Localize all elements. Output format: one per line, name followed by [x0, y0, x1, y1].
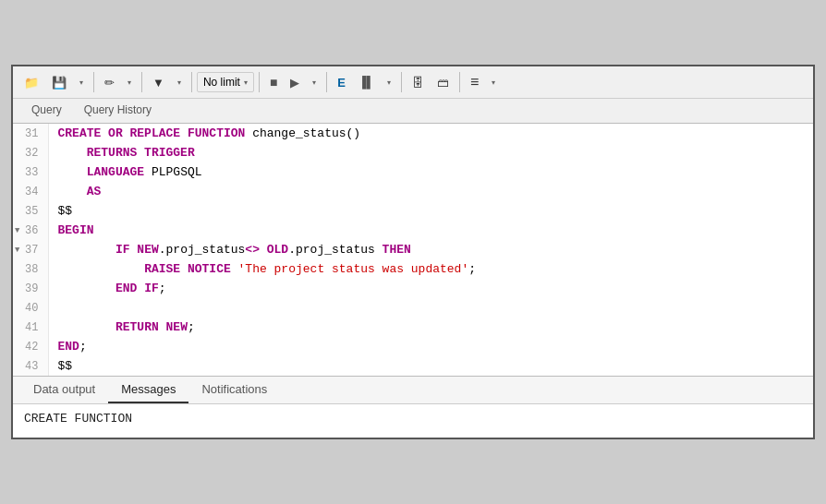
menu-icon: ≡	[470, 74, 479, 90]
stats-dropdown-button[interactable]: ▾	[382, 75, 396, 90]
tab-notifications[interactable]: Notifications	[188, 377, 280, 403]
code-row-32: 32 RETURNS TRIGGER	[13, 143, 813, 162]
play-dropdown-button[interactable]: ▾	[307, 75, 322, 90]
menu-button[interactable]: ≡	[465, 70, 484, 94]
line-num-41: 41	[13, 318, 48, 337]
code-line-42: END;	[48, 337, 813, 356]
code-row-35: 35 $$	[13, 201, 813, 221]
chevron-down-icon-6: ▾	[387, 78, 391, 87]
code-row-38: 38 RAISE NOTICE 'The project status was …	[13, 259, 813, 279]
divider-6	[401, 72, 402, 92]
chevron-down-icon-5: ▾	[312, 78, 316, 87]
db-button[interactable]: 🗄	[407, 72, 430, 93]
edit-button[interactable]: ✏	[99, 72, 120, 93]
line-num-32: 32	[13, 143, 48, 162]
divider-2	[141, 72, 142, 92]
stop-icon: ■	[270, 75, 277, 90]
code-line-32: RETURNS TRIGGER	[48, 143, 813, 162]
db2-button[interactable]: 🗃	[431, 72, 455, 93]
code-row-33: 33 LANGUAGE PLPGSQL	[13, 162, 813, 182]
tab-messages[interactable]: Messages	[108, 377, 188, 403]
code-row-31: 31 CREATE OR REPLACE FUNCTION change_sta…	[13, 124, 813, 143]
query-tab-bar: Query Query History	[13, 99, 813, 124]
play-icon: ▶	[290, 76, 299, 90]
line-num-38: 38	[13, 259, 48, 279]
open-folder-button[interactable]: 📁	[18, 72, 44, 93]
folder-icon: 📁	[24, 76, 39, 90]
line-num-42: 42	[13, 337, 48, 356]
code-row-34: 34 AS	[13, 182, 813, 201]
line-num-43: 43	[13, 356, 48, 376]
tab-data-output[interactable]: Data output	[20, 377, 108, 403]
code-row-41: 41 RETURN NEW;	[13, 318, 813, 337]
stats-button[interactable]: ▐▌	[353, 72, 380, 92]
code-line-36: BEGIN	[48, 221, 813, 240]
limit-label: No limit	[203, 76, 240, 89]
filter-button[interactable]: ▼	[147, 72, 170, 93]
line-num-36: 36▼	[13, 221, 48, 240]
tab-query[interactable]: Query	[20, 99, 73, 123]
line-num-31: 31	[13, 124, 48, 143]
tab-query-history[interactable]: Query History	[73, 99, 163, 123]
code-row-42: 42 END;	[13, 337, 813, 356]
chevron-down-icon-7: ▾	[492, 78, 495, 87]
save-dropdown-button[interactable]: ▾	[74, 75, 89, 90]
code-line-35: $$	[48, 201, 813, 221]
filter-dropdown-button[interactable]: ▾	[172, 75, 187, 90]
divider-7	[459, 72, 460, 92]
pencil-icon: ✏	[104, 76, 115, 90]
database-icon: 🗄	[412, 76, 424, 90]
code-line-33: LANGUAGE PLPGSQL	[48, 162, 813, 182]
play-button[interactable]: ▶	[285, 72, 305, 93]
database2-icon: 🗃	[437, 76, 449, 90]
bottom-output: CREATE FUNCTION	[13, 404, 813, 438]
code-line-34: AS	[48, 182, 813, 201]
explain-button[interactable]: E	[332, 72, 351, 93]
line-num-33: 33	[13, 162, 48, 182]
chevron-down-icon: ▾	[79, 78, 83, 87]
code-line-37: IF NEW.proj_status<> OLD.proj_status THE…	[48, 240, 813, 259]
limit-dropdown[interactable]: No limit ▾	[197, 72, 254, 92]
code-editor[interactable]: 31 CREATE OR REPLACE FUNCTION change_sta…	[13, 124, 813, 376]
chevron-down-icon-2: ▾	[128, 78, 131, 87]
divider-5	[326, 72, 327, 92]
main-window: 📁 💾 ▾ ✏ ▾ ▼ ▾ No limit ▾ ■ ▶	[11, 65, 815, 439]
line-num-37: 37▼	[13, 240, 48, 259]
code-row-43: 43 $$	[13, 356, 813, 376]
e-icon: E	[337, 76, 346, 90]
code-row-36: 36▼ BEGIN	[13, 221, 813, 240]
edit-dropdown-button[interactable]: ▾	[122, 75, 137, 90]
stop-button[interactable]: ■	[264, 71, 283, 93]
save-icon: 💾	[52, 76, 67, 90]
code-row-37: 37▼ IF NEW.proj_status<> OLD.proj_status…	[13, 240, 813, 259]
bottom-panel: Data output Messages Notifications CREAT…	[13, 376, 813, 438]
code-line-41: RETURN NEW;	[48, 318, 813, 337]
menu-dropdown-button[interactable]: ▾	[486, 75, 501, 90]
chevron-down-icon-4: ▾	[244, 78, 248, 87]
code-row-39: 39 END IF;	[13, 279, 813, 298]
divider-4	[259, 72, 260, 92]
bottom-tab-bar: Data output Messages Notifications	[13, 377, 813, 404]
code-line-31: CREATE OR REPLACE FUNCTION change_status…	[48, 124, 813, 143]
code-line-39: END IF;	[48, 279, 813, 298]
code-line-43: $$	[48, 356, 813, 376]
chevron-down-icon-3: ▾	[177, 78, 181, 87]
line-num-34: 34	[13, 182, 48, 201]
filter-icon: ▼	[152, 76, 164, 90]
code-line-40	[48, 298, 813, 318]
bar-chart-icon: ▐▌	[358, 76, 374, 89]
code-line-38: RAISE NOTICE 'The project status was upd…	[48, 259, 813, 279]
save-button[interactable]: 💾	[46, 72, 72, 93]
line-num-40: 40	[13, 298, 48, 318]
code-table: 31 CREATE OR REPLACE FUNCTION change_sta…	[13, 124, 813, 376]
line-num-35: 35	[13, 201, 48, 221]
divider-1	[93, 72, 94, 92]
divider-3	[191, 72, 192, 92]
code-row-40: 40	[13, 298, 813, 318]
line-num-39: 39	[13, 279, 48, 298]
toolbar: 📁 💾 ▾ ✏ ▾ ▼ ▾ No limit ▾ ■ ▶	[13, 66, 813, 99]
